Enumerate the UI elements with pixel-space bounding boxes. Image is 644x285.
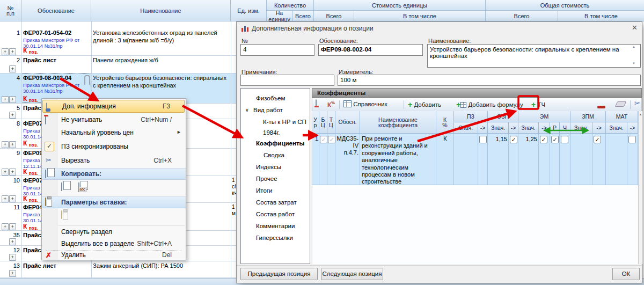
add-tch-button[interactable]: + ТЧ [531, 100, 545, 109]
scroll-up-icon[interactable]: ▲ [632, 45, 635, 48]
expander-icon[interactable]: + [9, 270, 16, 277]
previous-position-button[interactable]: Предыдущая позиция [240, 268, 318, 280]
column-header-unit[interactable]: Ед. изм. [231, 0, 267, 21]
menu-item-vydelit-vse[interactable]: Выделить все в разделе Shift+Ctrl+A [42, 238, 186, 250]
next-position-button[interactable]: Следующая позиция [321, 268, 383, 280]
field-label-num: № [241, 38, 248, 44]
notes-input[interactable] [240, 75, 334, 86]
pz-arrow-checkbox-unchecked[interactable] [479, 136, 487, 143]
coef-table-scrollbar[interactable]: ▲ [638, 111, 642, 264]
column-header-unit-cost-total[interactable]: Всего [314, 11, 354, 21]
row-name: Зажим анкерный (СИП): РА 1500 [93, 262, 228, 270]
column-header-qty-per[interactable]: На единицу [267, 11, 292, 21]
coef-sub-pz-arrow: -> [478, 122, 488, 134]
eraser-icon[interactable] [616, 101, 625, 108]
scroll-down-icon[interactable]: ▼ [632, 62, 635, 65]
menu-item-nachalnyj-uroven-cen[interactable]: Начальный уровень цен ► [42, 127, 186, 139]
coefficient-row[interactable]: 1 ✓ ✓ МДС35-IVп.4.7. При ремонте и рекон… [312, 134, 638, 185]
coef-row-number: 1 [312, 135, 318, 142]
table-row[interactable]: 2 Прайс лист Панели ограждения ж/б + [0, 56, 236, 74]
menu-divider-dotted [46, 250, 181, 251]
add-button[interactable]: + Добавить [408, 100, 441, 109]
column-header-total-cost-total[interactable]: Всего [486, 11, 558, 21]
table-row[interactable]: 13 Прайс лист Зажим анкерный (СИП): РА 1… [0, 261, 236, 278]
tc-checkbox-checked[interactable]: ✓ [328, 136, 335, 143]
num-input[interactable]: 4 [240, 44, 314, 56]
cut-icon[interactable]: ✂ [634, 99, 640, 107]
table-row[interactable]: 1 ФЕР07-01-054-02 Приказ Минстроя РФ от3… [0, 28, 236, 56]
sidebar-item-vid-rabot[interactable]: ∨ Вид работ [241, 105, 310, 115]
meter-input[interactable]: 100 м [338, 75, 641, 86]
expander-icon[interactable]: + [9, 169, 16, 176]
expander-icon[interactable]: + [2, 96, 9, 103]
menu-item-shortcut: Ctrl+Num / [141, 116, 172, 123]
row-kpos-flag: К поз. [23, 223, 38, 231]
add-formula-button[interactable]: + Добавить формулу [456, 100, 523, 109]
row-kpos-flag: К поз. [23, 47, 38, 55]
column-header-total-cost[interactable]: Общая стоимость [486, 0, 644, 11]
em-arrow-checkbox-checked[interactable]: ✓ [540, 136, 547, 143]
context-menu: Доп. информация F3 Не учитывать Ctrl+Num… [41, 98, 186, 260]
em-value[interactable]: 1,25 [518, 136, 537, 142]
ozp-value[interactable]: 1,15 [488, 136, 507, 142]
column-header-qty-total[interactable]: Всего [292, 11, 314, 21]
ok-button[interactable]: ОК [612, 268, 640, 280]
menu-item-udalit[interactable]: ✗ Удалить Del [42, 251, 186, 259]
menu-item-label: Свернуть раздел [61, 228, 112, 236]
basis-input[interactable]: ФЕР09-08-002-04 [318, 44, 423, 56]
expander-icon[interactable]: + [2, 48, 9, 55]
column-header-name[interactable]: Наименование [91, 0, 231, 21]
header-qty-total-label: Всего [295, 13, 311, 19]
coef-header-name: Наименованиекоэффициента [360, 111, 436, 134]
expander-icon[interactable]: + [2, 141, 9, 148]
reference-button[interactable]: Справочник [343, 100, 387, 107]
copy-with-text-icon[interactable]: abc [78, 182, 79, 191]
delete-x-icon: ✗ [46, 251, 52, 259]
no-account-icon[interactable] [316, 100, 317, 106]
expander-icon[interactable]: + [9, 96, 16, 103]
column-header-unit-cost[interactable]: Стоимость единицы [314, 0, 486, 11]
close-icon[interactable]: ✕ [632, 24, 638, 32]
expander-icon[interactable]: + [9, 141, 16, 148]
expander-icon[interactable]: + [9, 48, 16, 55]
column-header-total-cost-incl[interactable]: В том числе [558, 11, 644, 21]
menu-divider [58, 225, 185, 226]
paste-option-icon[interactable] [61, 210, 62, 219]
menu-item-svernut-razdel[interactable]: Свернуть раздел [42, 226, 186, 238]
menu-item-ne-uchityvat[interactable]: Не учитывать Ctrl+Num / [42, 114, 186, 126]
column-header-basis[interactable]: Обоснование [21, 0, 91, 21]
expander-icon[interactable]: + [9, 65, 16, 72]
mat-arrow-checkbox-unchecked[interactable] [628, 136, 636, 143]
menu-item-dop-informaciya[interactable]: Доп. информация F3 [42, 100, 185, 113]
expander-icon[interactable]: + [9, 195, 16, 202]
em-r-checkbox-checked[interactable]: ✓ [551, 136, 559, 143]
zpm-arrow-checkbox-checked[interactable]: ✓ [594, 136, 601, 143]
column-header-unit-cost-incl[interactable]: В том числе [354, 11, 486, 21]
expander-icon[interactable]: + [9, 223, 16, 230]
remove-coefficient-button[interactable] [597, 103, 605, 109]
name-textarea[interactable]: Устройство барьеров безопасности: спирал… [427, 44, 641, 68]
menu-item-vyrezat[interactable]: ✂ Вырезать Ctrl+X [42, 155, 186, 167]
ozp-arrow-checkbox-checked[interactable]: ✓ [510, 136, 517, 143]
expander-icon[interactable]: + [2, 195, 9, 202]
dialog-additional-info: Дополнительная информация о позиции ✕ № … [236, 21, 642, 283]
bc-checkbox-checked[interactable]: ✓ [320, 136, 327, 143]
coef-sub-mat-val: Знач. [606, 122, 627, 134]
expander-icon[interactable]: + [9, 112, 16, 119]
coef-group-pz: ПЗ [454, 111, 488, 122]
expander-icon[interactable]: + [2, 169, 9, 176]
expander-icon[interactable]: + [9, 254, 16, 261]
em-ch-checkbox-unchecked[interactable] [561, 136, 568, 143]
copy-plain-icon[interactable] [61, 182, 62, 191]
scroll-up-icon[interactable]: ▲ [639, 113, 642, 116]
menu-item-shortcut: Del [162, 251, 172, 259]
expander-icon[interactable]: + [2, 223, 9, 230]
menu-item-label: Не учитывать [61, 116, 102, 123]
menu-item-pz-sinhronizirovany[interactable]: ✓ ПЗ синхронизированы [42, 141, 186, 153]
row-number: 5 [0, 105, 20, 111]
k-percent-icon[interactable]: К% [327, 100, 335, 108]
sidebar-item-kty-nr-sp[interactable]: К-ты к НР и СП 1984г. [241, 116, 310, 138]
expander-icon[interactable]: + [9, 238, 16, 245]
row-number: 8 [0, 120, 20, 127]
column-header-num[interactable]: № п.п [0, 0, 21, 21]
